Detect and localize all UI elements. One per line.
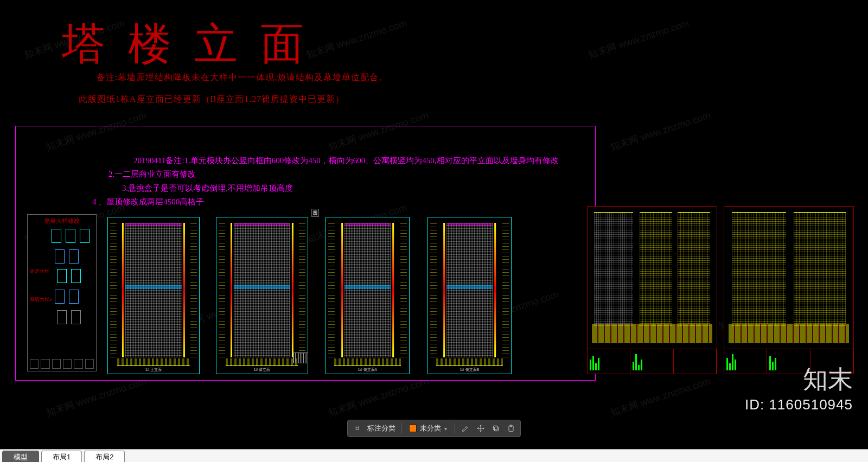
copy-icon[interactable]: [491, 424, 501, 433]
elevation-3: 1# 侧立面A: [326, 217, 410, 374]
sheet-2: [724, 206, 854, 374]
elevation-1-caption: 1# 正立面: [108, 367, 199, 373]
id-text: ID: 1160510945: [745, 396, 853, 413]
edit-icon[interactable]: [461, 424, 470, 433]
revision-note-2: 2.一二层商业立面有修改: [108, 169, 196, 179]
svg-rect-0: [494, 427, 498, 431]
paste-icon[interactable]: [506, 424, 516, 433]
category-swatch: [409, 425, 417, 432]
revision-note-1: 20190411备注:1.单元模块办公竖向框由600修改为450，横向为600、…: [133, 156, 559, 166]
note-line-2: 此版图纸1栋A座立面已经更新（B座立面1.27裙房提资中已更新）: [79, 94, 344, 105]
elevation-1: 1# 正立面: [107, 217, 200, 374]
detail-side-label-2: 幕墙大样2: [30, 296, 52, 303]
right-sheets: [587, 206, 858, 380]
grid-icon[interactable]: ⌗: [352, 424, 362, 433]
move-icon[interactable]: [476, 424, 486, 433]
drawing-title: 塔楼立面: [62, 15, 327, 74]
tab-layout1[interactable]: 布局1: [41, 451, 82, 462]
revision-note-4: 4 、屋顶修改成两层4500高格子: [92, 197, 204, 207]
sheet-1: [587, 206, 717, 374]
layout-tab-bar: 模型 布局1 布局2: [0, 449, 868, 462]
annotation-toolbar[interactable]: ⌗ 标注分类 未分类 ▾: [347, 420, 521, 437]
elevation-2-caption: 1# 背立面: [216, 367, 308, 373]
svg-rect-1: [493, 426, 497, 429]
classify-label: 标注分类: [367, 424, 395, 433]
detail-legend-header: 墙身大样修改: [28, 215, 96, 226]
view-marker: 图: [311, 209, 319, 217]
category-dropdown[interactable]: 未分类 ▾: [407, 422, 449, 434]
note-line-1: 备注:幕墙原埋结构降板未在大样中一一体现,烦请结构及幕墙单位配合。: [97, 72, 388, 84]
category-status: 未分类: [420, 424, 441, 433]
elevation-3-caption: 1# 侧立面A: [326, 367, 409, 373]
aux-structure: [293, 352, 308, 363]
detail-legend-card: 墙身大样修改 裙房大样 幕墙大样2: [27, 214, 97, 371]
chevron-down-icon: ▾: [444, 426, 447, 432]
elevation-2: 1# 背立面: [216, 217, 308, 374]
tab-model[interactable]: 模型: [2, 451, 39, 462]
elevation-4: 1# 侧立面B: [427, 217, 512, 374]
drawing-canvas[interactable]: 知末网 www.znzmo.com 知末网 www.znzmo.com 知末网 …: [0, 0, 868, 440]
revision-note-3: 3.悬挑盒子是否可以考虑倒埋,不用增加吊顶高度: [122, 183, 293, 194]
tab-layout2[interactable]: 布局2: [84, 451, 125, 462]
elevation-4-caption: 1# 侧立面B: [428, 367, 511, 373]
detail-side-label-1: 裙房大样: [30, 268, 49, 275]
